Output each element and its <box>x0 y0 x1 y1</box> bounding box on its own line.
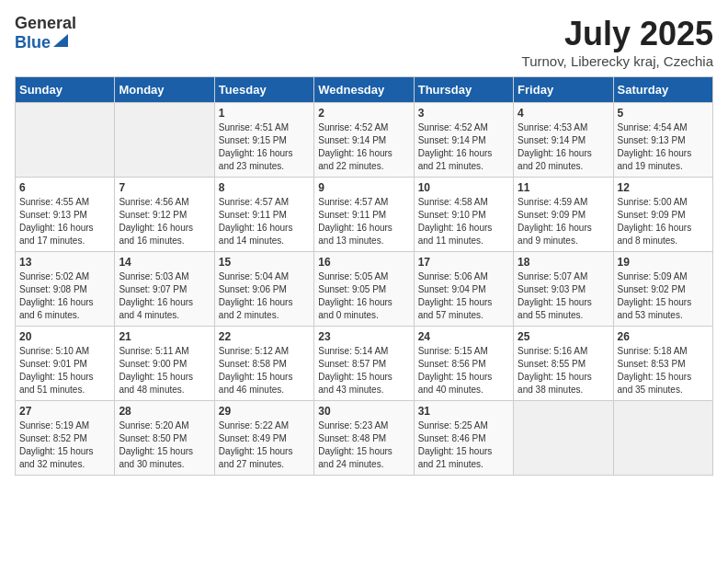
day-number: 23 <box>318 330 409 343</box>
day-number: 26 <box>618 330 709 343</box>
day-info: Sunrise: 4:54 AM Sunset: 9:13 PM Dayligh… <box>618 121 709 173</box>
main-title: July 2025 <box>522 15 713 53</box>
day-info: Sunrise: 5:06 AM Sunset: 9:04 PM Dayligh… <box>418 270 509 322</box>
day-number: 6 <box>19 181 110 194</box>
calendar-cell: 17Sunrise: 5:06 AM Sunset: 9:04 PM Dayli… <box>414 252 513 327</box>
logo-general: General <box>15 15 76 33</box>
calendar-cell: 3Sunrise: 4:52 AM Sunset: 9:14 PM Daylig… <box>414 103 513 178</box>
calendar-cell: 10Sunrise: 4:58 AM Sunset: 9:10 PM Dayli… <box>414 178 513 252</box>
day-number: 29 <box>219 405 310 418</box>
day-info: Sunrise: 5:19 AM Sunset: 8:52 PM Dayligh… <box>19 419 110 471</box>
day-number: 8 <box>219 181 310 194</box>
day-header-sunday: Sunday <box>16 77 115 103</box>
day-number: 30 <box>318 405 409 418</box>
calendar-body: 1Sunrise: 4:51 AM Sunset: 9:15 PM Daylig… <box>16 103 713 476</box>
day-info: Sunrise: 4:55 AM Sunset: 9:13 PM Dayligh… <box>19 196 110 247</box>
day-info: Sunrise: 5:15 AM Sunset: 8:56 PM Dayligh… <box>418 345 509 396</box>
svg-marker-0 <box>53 34 68 47</box>
calendar-cell: 24Sunrise: 5:15 AM Sunset: 8:56 PM Dayli… <box>414 327 513 401</box>
day-number: 31 <box>418 405 509 418</box>
day-number: 7 <box>119 181 210 194</box>
day-info: Sunrise: 5:07 AM Sunset: 9:03 PM Dayligh… <box>518 270 609 322</box>
day-info: Sunrise: 4:51 AM Sunset: 9:15 PM Dayligh… <box>219 121 310 173</box>
day-number: 24 <box>418 330 509 343</box>
day-number: 20 <box>19 330 110 343</box>
day-info: Sunrise: 4:56 AM Sunset: 9:12 PM Dayligh… <box>119 196 210 247</box>
day-info: Sunrise: 5:04 AM Sunset: 9:06 PM Dayligh… <box>219 270 310 322</box>
calendar-week-2: 6Sunrise: 4:55 AM Sunset: 9:13 PM Daylig… <box>16 178 713 252</box>
calendar-cell: 15Sunrise: 5:04 AM Sunset: 9:06 PM Dayli… <box>214 252 313 327</box>
day-info: Sunrise: 5:14 AM Sunset: 8:57 PM Dayligh… <box>318 345 409 396</box>
calendar-cell: 22Sunrise: 5:12 AM Sunset: 8:58 PM Dayli… <box>214 327 313 401</box>
logo: General Blue <box>15 15 76 53</box>
calendar-cell: 27Sunrise: 5:19 AM Sunset: 8:52 PM Dayli… <box>16 401 115 476</box>
day-number: 2 <box>318 107 409 120</box>
day-number: 11 <box>518 181 609 194</box>
calendar-cell: 1Sunrise: 4:51 AM Sunset: 9:15 PM Daylig… <box>214 103 313 178</box>
calendar-cell: 26Sunrise: 5:18 AM Sunset: 8:53 PM Dayli… <box>613 327 712 401</box>
calendar-cell: 20Sunrise: 5:10 AM Sunset: 9:01 PM Dayli… <box>16 327 115 401</box>
day-header-friday: Friday <box>514 77 613 103</box>
day-number: 14 <box>119 256 210 269</box>
day-number: 19 <box>618 256 709 269</box>
calendar-week-4: 20Sunrise: 5:10 AM Sunset: 9:01 PM Dayli… <box>16 327 713 401</box>
day-info: Sunrise: 5:02 AM Sunset: 9:08 PM Dayligh… <box>19 270 110 322</box>
calendar-cell: 29Sunrise: 5:22 AM Sunset: 8:49 PM Dayli… <box>214 401 313 476</box>
calendar-cell: 5Sunrise: 4:54 AM Sunset: 9:13 PM Daylig… <box>613 103 712 178</box>
calendar-table: SundayMondayTuesdayWednesdayThursdayFrid… <box>15 76 713 476</box>
calendar-cell: 30Sunrise: 5:23 AM Sunset: 8:48 PM Dayli… <box>314 401 414 476</box>
day-number: 9 <box>318 181 409 194</box>
day-number: 10 <box>418 181 509 194</box>
day-number: 4 <box>518 107 609 120</box>
calendar-header-row: SundayMondayTuesdayWednesdayThursdayFrid… <box>16 77 713 103</box>
day-number: 25 <box>518 330 609 343</box>
day-info: Sunrise: 5:20 AM Sunset: 8:50 PM Dayligh… <box>119 419 210 471</box>
day-info: Sunrise: 5:23 AM Sunset: 8:48 PM Dayligh… <box>318 419 409 471</box>
calendar-cell: 25Sunrise: 5:16 AM Sunset: 8:55 PM Dayli… <box>514 327 613 401</box>
calendar-week-3: 13Sunrise: 5:02 AM Sunset: 9:08 PM Dayli… <box>16 252 713 327</box>
day-info: Sunrise: 4:52 AM Sunset: 9:14 PM Dayligh… <box>318 121 409 173</box>
calendar-cell: 4Sunrise: 4:53 AM Sunset: 9:14 PM Daylig… <box>514 103 613 178</box>
title-block: July 2025 Turnov, Liberecky kraj, Czechi… <box>522 15 713 69</box>
day-header-saturday: Saturday <box>613 77 712 103</box>
day-number: 27 <box>19 405 110 418</box>
calendar-cell: 7Sunrise: 4:56 AM Sunset: 9:12 PM Daylig… <box>115 178 214 252</box>
calendar-cell: 2Sunrise: 4:52 AM Sunset: 9:14 PM Daylig… <box>314 103 414 178</box>
day-number: 5 <box>618 107 709 120</box>
calendar-cell: 12Sunrise: 5:00 AM Sunset: 9:09 PM Dayli… <box>613 178 712 252</box>
day-header-monday: Monday <box>115 77 214 103</box>
day-info: Sunrise: 5:00 AM Sunset: 9:09 PM Dayligh… <box>618 196 709 247</box>
calendar-cell <box>514 401 613 476</box>
day-number: 1 <box>219 107 310 120</box>
calendar-cell: 8Sunrise: 4:57 AM Sunset: 9:11 PM Daylig… <box>214 178 313 252</box>
day-info: Sunrise: 4:57 AM Sunset: 9:11 PM Dayligh… <box>219 196 310 247</box>
day-number: 3 <box>418 107 509 120</box>
calendar-cell: 16Sunrise: 5:05 AM Sunset: 9:05 PM Dayli… <box>314 252 414 327</box>
day-info: Sunrise: 5:12 AM Sunset: 8:58 PM Dayligh… <box>219 345 310 396</box>
day-info: Sunrise: 5:10 AM Sunset: 9:01 PM Dayligh… <box>19 345 110 396</box>
day-header-thursday: Thursday <box>414 77 513 103</box>
day-info: Sunrise: 5:16 AM Sunset: 8:55 PM Dayligh… <box>518 345 609 396</box>
day-info: Sunrise: 5:03 AM Sunset: 9:07 PM Dayligh… <box>119 270 210 322</box>
calendar-cell: 11Sunrise: 4:59 AM Sunset: 9:09 PM Dayli… <box>514 178 613 252</box>
day-info: Sunrise: 5:09 AM Sunset: 9:02 PM Dayligh… <box>618 270 709 322</box>
calendar-cell: 14Sunrise: 5:03 AM Sunset: 9:07 PM Dayli… <box>115 252 214 327</box>
page-header: General Blue July 2025 Turnov, Liberecky… <box>15 15 713 69</box>
logo-text: General Blue <box>15 15 76 53</box>
calendar-cell: 18Sunrise: 5:07 AM Sunset: 9:03 PM Dayli… <box>514 252 613 327</box>
calendar-cell: 23Sunrise: 5:14 AM Sunset: 8:57 PM Dayli… <box>314 327 414 401</box>
day-info: Sunrise: 4:53 AM Sunset: 9:14 PM Dayligh… <box>518 121 609 173</box>
day-info: Sunrise: 4:59 AM Sunset: 9:09 PM Dayligh… <box>518 196 609 247</box>
day-number: 15 <box>219 256 310 269</box>
calendar-week-5: 27Sunrise: 5:19 AM Sunset: 8:52 PM Dayli… <box>16 401 713 476</box>
day-number: 21 <box>119 330 210 343</box>
day-number: 17 <box>418 256 509 269</box>
day-info: Sunrise: 5:05 AM Sunset: 9:05 PM Dayligh… <box>318 270 409 322</box>
day-number: 28 <box>119 405 210 418</box>
day-number: 12 <box>618 181 709 194</box>
calendar-cell: 6Sunrise: 4:55 AM Sunset: 9:13 PM Daylig… <box>16 178 115 252</box>
calendar-cell: 21Sunrise: 5:11 AM Sunset: 9:00 PM Dayli… <box>115 327 214 401</box>
day-number: 13 <box>19 256 110 269</box>
calendar-cell <box>16 103 115 178</box>
day-number: 22 <box>219 330 310 343</box>
